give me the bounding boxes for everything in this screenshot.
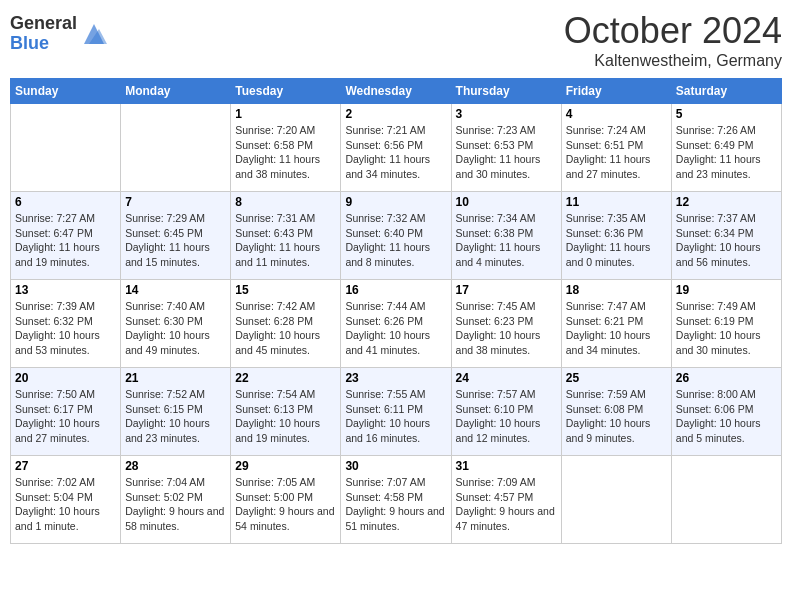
day-number: 22 [235, 371, 336, 385]
day-info: Sunrise: 7:07 AM Sunset: 4:58 PM Dayligh… [345, 475, 446, 534]
day-number: 12 [676, 195, 777, 209]
day-number: 1 [235, 107, 336, 121]
day-info: Sunrise: 7:49 AM Sunset: 6:19 PM Dayligh… [676, 299, 777, 358]
calendar-week-row: 13Sunrise: 7:39 AM Sunset: 6:32 PM Dayli… [11, 280, 782, 368]
day-number: 20 [15, 371, 116, 385]
day-info: Sunrise: 7:26 AM Sunset: 6:49 PM Dayligh… [676, 123, 777, 182]
logo-icon [79, 19, 109, 49]
calendar-week-row: 20Sunrise: 7:50 AM Sunset: 6:17 PM Dayli… [11, 368, 782, 456]
calendar-cell: 7Sunrise: 7:29 AM Sunset: 6:45 PM Daylig… [121, 192, 231, 280]
day-info: Sunrise: 7:59 AM Sunset: 6:08 PM Dayligh… [566, 387, 667, 446]
logo: General Blue [10, 14, 109, 54]
day-number: 5 [676, 107, 777, 121]
day-number: 30 [345, 459, 446, 473]
day-number: 14 [125, 283, 226, 297]
day-info: Sunrise: 7:37 AM Sunset: 6:34 PM Dayligh… [676, 211, 777, 270]
month-title: October 2024 [564, 10, 782, 52]
calendar-cell: 4Sunrise: 7:24 AM Sunset: 6:51 PM Daylig… [561, 104, 671, 192]
location-title: Kaltenwestheim, Germany [564, 52, 782, 70]
day-number: 9 [345, 195, 446, 209]
calendar-cell: 25Sunrise: 7:59 AM Sunset: 6:08 PM Dayli… [561, 368, 671, 456]
calendar-cell: 13Sunrise: 7:39 AM Sunset: 6:32 PM Dayli… [11, 280, 121, 368]
day-number: 2 [345, 107, 446, 121]
calendar-cell: 31Sunrise: 7:09 AM Sunset: 4:57 PM Dayli… [451, 456, 561, 544]
day-info: Sunrise: 7:40 AM Sunset: 6:30 PM Dayligh… [125, 299, 226, 358]
day-info: Sunrise: 7:02 AM Sunset: 5:04 PM Dayligh… [15, 475, 116, 534]
day-info: Sunrise: 7:23 AM Sunset: 6:53 PM Dayligh… [456, 123, 557, 182]
calendar-week-row: 27Sunrise: 7:02 AM Sunset: 5:04 PM Dayli… [11, 456, 782, 544]
day-number: 24 [456, 371, 557, 385]
day-info: Sunrise: 7:35 AM Sunset: 6:36 PM Dayligh… [566, 211, 667, 270]
day-info: Sunrise: 7:44 AM Sunset: 6:26 PM Dayligh… [345, 299, 446, 358]
calendar-cell: 22Sunrise: 7:54 AM Sunset: 6:13 PM Dayli… [231, 368, 341, 456]
calendar-cell: 30Sunrise: 7:07 AM Sunset: 4:58 PM Dayli… [341, 456, 451, 544]
calendar-cell: 6Sunrise: 7:27 AM Sunset: 6:47 PM Daylig… [11, 192, 121, 280]
weekday-header-monday: Monday [121, 79, 231, 104]
page-header: General Blue October 2024 Kaltenwestheim… [10, 10, 782, 70]
calendar-cell: 11Sunrise: 7:35 AM Sunset: 6:36 PM Dayli… [561, 192, 671, 280]
day-info: Sunrise: 7:20 AM Sunset: 6:58 PM Dayligh… [235, 123, 336, 182]
day-info: Sunrise: 7:47 AM Sunset: 6:21 PM Dayligh… [566, 299, 667, 358]
day-number: 28 [125, 459, 226, 473]
day-info: Sunrise: 7:21 AM Sunset: 6:56 PM Dayligh… [345, 123, 446, 182]
day-info: Sunrise: 7:45 AM Sunset: 6:23 PM Dayligh… [456, 299, 557, 358]
logo-general-text: General [10, 14, 77, 34]
day-info: Sunrise: 7:55 AM Sunset: 6:11 PM Dayligh… [345, 387, 446, 446]
day-number: 25 [566, 371, 667, 385]
day-number: 23 [345, 371, 446, 385]
weekday-header-row: SundayMondayTuesdayWednesdayThursdayFrid… [11, 79, 782, 104]
day-info: Sunrise: 7:50 AM Sunset: 6:17 PM Dayligh… [15, 387, 116, 446]
day-info: Sunrise: 7:32 AM Sunset: 6:40 PM Dayligh… [345, 211, 446, 270]
calendar-cell: 26Sunrise: 8:00 AM Sunset: 6:06 PM Dayli… [671, 368, 781, 456]
calendar-cell: 9Sunrise: 7:32 AM Sunset: 6:40 PM Daylig… [341, 192, 451, 280]
calendar-week-row: 6Sunrise: 7:27 AM Sunset: 6:47 PM Daylig… [11, 192, 782, 280]
logo-blue-text: Blue [10, 34, 77, 54]
day-info: Sunrise: 7:52 AM Sunset: 6:15 PM Dayligh… [125, 387, 226, 446]
day-number: 31 [456, 459, 557, 473]
weekday-header-wednesday: Wednesday [341, 79, 451, 104]
day-info: Sunrise: 7:34 AM Sunset: 6:38 PM Dayligh… [456, 211, 557, 270]
day-number: 29 [235, 459, 336, 473]
weekday-header-sunday: Sunday [11, 79, 121, 104]
calendar-cell: 16Sunrise: 7:44 AM Sunset: 6:26 PM Dayli… [341, 280, 451, 368]
day-info: Sunrise: 7:04 AM Sunset: 5:02 PM Dayligh… [125, 475, 226, 534]
title-block: October 2024 Kaltenwestheim, Germany [564, 10, 782, 70]
day-number: 13 [15, 283, 116, 297]
calendar-cell [11, 104, 121, 192]
weekday-header-friday: Friday [561, 79, 671, 104]
day-info: Sunrise: 7:57 AM Sunset: 6:10 PM Dayligh… [456, 387, 557, 446]
calendar-cell: 12Sunrise: 7:37 AM Sunset: 6:34 PM Dayli… [671, 192, 781, 280]
day-info: Sunrise: 7:31 AM Sunset: 6:43 PM Dayligh… [235, 211, 336, 270]
day-info: Sunrise: 7:27 AM Sunset: 6:47 PM Dayligh… [15, 211, 116, 270]
calendar-cell: 28Sunrise: 7:04 AM Sunset: 5:02 PM Dayli… [121, 456, 231, 544]
day-info: Sunrise: 7:54 AM Sunset: 6:13 PM Dayligh… [235, 387, 336, 446]
weekday-header-saturday: Saturday [671, 79, 781, 104]
day-info: Sunrise: 7:24 AM Sunset: 6:51 PM Dayligh… [566, 123, 667, 182]
calendar-cell: 5Sunrise: 7:26 AM Sunset: 6:49 PM Daylig… [671, 104, 781, 192]
calendar-cell: 21Sunrise: 7:52 AM Sunset: 6:15 PM Dayli… [121, 368, 231, 456]
calendar-cell: 3Sunrise: 7:23 AM Sunset: 6:53 PM Daylig… [451, 104, 561, 192]
day-info: Sunrise: 7:42 AM Sunset: 6:28 PM Dayligh… [235, 299, 336, 358]
day-number: 15 [235, 283, 336, 297]
day-number: 10 [456, 195, 557, 209]
day-number: 26 [676, 371, 777, 385]
calendar-cell: 24Sunrise: 7:57 AM Sunset: 6:10 PM Dayli… [451, 368, 561, 456]
calendar-cell: 2Sunrise: 7:21 AM Sunset: 6:56 PM Daylig… [341, 104, 451, 192]
calendar-cell [561, 456, 671, 544]
calendar-cell: 20Sunrise: 7:50 AM Sunset: 6:17 PM Dayli… [11, 368, 121, 456]
calendar-cell: 18Sunrise: 7:47 AM Sunset: 6:21 PM Dayli… [561, 280, 671, 368]
calendar-cell: 1Sunrise: 7:20 AM Sunset: 6:58 PM Daylig… [231, 104, 341, 192]
calendar-cell: 8Sunrise: 7:31 AM Sunset: 6:43 PM Daylig… [231, 192, 341, 280]
calendar-cell: 27Sunrise: 7:02 AM Sunset: 5:04 PM Dayli… [11, 456, 121, 544]
calendar-cell: 19Sunrise: 7:49 AM Sunset: 6:19 PM Dayli… [671, 280, 781, 368]
day-number: 3 [456, 107, 557, 121]
calendar-cell: 17Sunrise: 7:45 AM Sunset: 6:23 PM Dayli… [451, 280, 561, 368]
day-info: Sunrise: 7:39 AM Sunset: 6:32 PM Dayligh… [15, 299, 116, 358]
day-number: 16 [345, 283, 446, 297]
weekday-header-thursday: Thursday [451, 79, 561, 104]
calendar-table: SundayMondayTuesdayWednesdayThursdayFrid… [10, 78, 782, 544]
day-info: Sunrise: 7:05 AM Sunset: 5:00 PM Dayligh… [235, 475, 336, 534]
calendar-cell: 10Sunrise: 7:34 AM Sunset: 6:38 PM Dayli… [451, 192, 561, 280]
day-number: 18 [566, 283, 667, 297]
day-number: 11 [566, 195, 667, 209]
